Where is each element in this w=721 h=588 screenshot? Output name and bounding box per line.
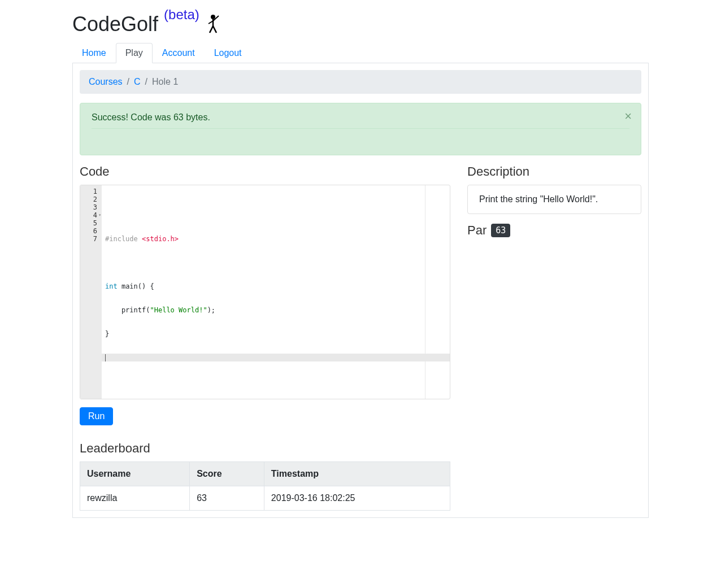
cell-username: rewzilla: [80, 486, 190, 511]
success-alert: Success! Code was 63 bytes. ×: [80, 103, 641, 155]
cell-timestamp: 2019-03-16 18:02:25: [264, 486, 450, 511]
nav-play[interactable]: Play: [116, 43, 153, 63]
code-heading: Code: [80, 164, 450, 179]
nav-tabs: Home Play Account Logout: [72, 43, 649, 63]
alert-message: Success! Code was 63 bytes.: [92, 112, 210, 122]
alert-divider: [92, 128, 629, 129]
breadcrumb: Courses C Hole 1: [80, 70, 641, 94]
editor-cursor: [105, 354, 106, 361]
beta-badge: (beta): [164, 7, 199, 22]
leaderboard-table: Username Score Timestamp rewzilla 63 201…: [80, 461, 450, 511]
svg-line-3: [213, 26, 216, 33]
par-label: Par: [467, 223, 487, 238]
nav-home[interactable]: Home: [72, 43, 116, 63]
col-username: Username: [80, 462, 190, 486]
alert-close-button[interactable]: ×: [624, 110, 632, 123]
col-score: Score: [190, 462, 264, 486]
description-card: Print the string "Hello World!".: [467, 185, 641, 214]
svg-point-0: [211, 15, 215, 19]
run-button[interactable]: Run: [80, 407, 113, 425]
table-row: rewzilla 63 2019-03-16 18:02:25: [80, 486, 450, 511]
cell-score: 63: [190, 486, 264, 511]
code-area[interactable]: #include <stdio.h> int main() { printf("…: [102, 185, 450, 399]
breadcrumb-courses[interactable]: Courses: [89, 77, 123, 86]
table-header-row: Username Score Timestamp: [80, 462, 450, 486]
breadcrumb-lang[interactable]: C: [134, 77, 141, 86]
code-editor[interactable]: 1 2 3 4▾ 5 6 7 #include <stdio.h> int ma…: [80, 185, 450, 399]
par-value: 63: [491, 224, 510, 237]
golfer-icon: [204, 14, 220, 34]
col-timestamp: Timestamp: [264, 462, 450, 486]
print-margin: [425, 185, 425, 399]
page-header: CodeGolf (beta): [72, 11, 649, 36]
app-title: CodeGolf: [72, 12, 158, 36]
nav-logout[interactable]: Logout: [205, 43, 251, 63]
svg-line-2: [210, 26, 213, 33]
close-icon: ×: [624, 109, 632, 123]
breadcrumb-hole: Hole 1: [141, 77, 179, 87]
description-text: Print the string "Hello World!".: [479, 194, 598, 204]
fold-icon[interactable]: ▾: [98, 211, 101, 219]
editor-gutter: 1 2 3 4▾ 5 6 7: [80, 185, 102, 399]
nav-account[interactable]: Account: [153, 43, 205, 63]
leaderboard-heading: Leaderboard: [80, 441, 450, 456]
description-heading: Description: [467, 164, 641, 179]
